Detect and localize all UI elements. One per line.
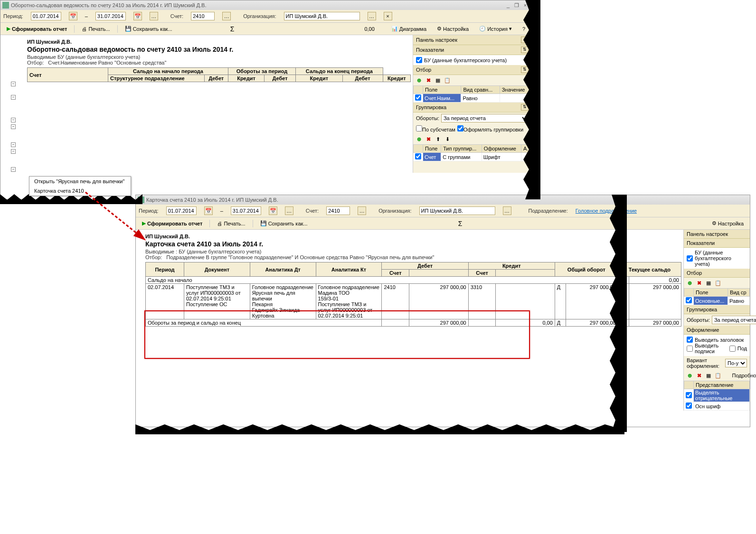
subacct-checkbox[interactable]: По субсчетам xyxy=(416,125,455,132)
params-bar: Период: 📅 – 📅 … Счет: … Организация: … × xyxy=(0,10,531,23)
titlebar[interactable]: Оборотно-сальдовая ведомость по счету 24… xyxy=(0,0,531,10)
delete-icon[interactable]: ✖ xyxy=(425,135,432,143)
start-row: Сальдо на начало0,00 xyxy=(146,277,681,284)
turnover-select[interactable]: За период отчета xyxy=(712,316,756,324)
restore-button[interactable]: ❐ xyxy=(512,2,521,9)
save-icon: 💾 xyxy=(260,220,267,226)
close-button[interactable]: × xyxy=(521,2,529,8)
collapse-icon[interactable]: ▸ xyxy=(521,37,529,43)
run-report-button[interactable]: ▶Сформировать отчет xyxy=(3,24,70,33)
setup-button[interactable]: ⚙Настройка xyxy=(709,219,747,228)
chevron-icon[interactable]: ⇅ xyxy=(521,66,529,73)
org-input[interactable] xyxy=(419,206,495,215)
filter-grid[interactable]: ПолеВид сравн...Значение Счет.Наим...Рав… xyxy=(413,85,531,103)
card-table[interactable]: Период Документ Аналитика Дт Аналитика К… xyxy=(145,262,681,327)
tree-collapse-button[interactable]: − xyxy=(11,167,16,172)
clear-org-button[interactable]: × xyxy=(384,12,392,20)
grid-icon[interactable]: ▦ xyxy=(434,76,442,84)
context-menu[interactable]: Открыть "Ярусная печь для выпечки" Карто… xyxy=(29,176,131,196)
save-as-button[interactable]: 💾Сохранить как... xyxy=(122,24,176,33)
header-checkbox[interactable]: Выводить заголовок xyxy=(687,337,747,343)
run-report-button[interactable]: ▶Сформировать отчет xyxy=(139,219,206,228)
period-picker-button[interactable]: … xyxy=(285,206,293,215)
data-row[interactable]: 02.07.2014 Поступление ТМЗ и услуг ИП000… xyxy=(146,284,681,319)
printer-icon: 🖨 xyxy=(217,221,222,226)
add-icon[interactable]: ⊕ xyxy=(415,76,423,84)
sum-value: 0,00 xyxy=(289,26,384,32)
calendar-icon[interactable]: 📅 xyxy=(69,12,77,20)
filter-header[interactable]: Отбор⇅ xyxy=(413,65,531,75)
diagram-button[interactable]: 📊Диаграмма xyxy=(388,24,430,33)
calendar-icon[interactable]: 📅 xyxy=(269,206,277,215)
account-input[interactable] xyxy=(191,12,215,20)
org-picker-button[interactable]: … xyxy=(503,206,511,215)
history-icon: 🕘 xyxy=(479,26,486,32)
calendar-icon[interactable]: 📅 xyxy=(133,12,142,20)
sign-checkbox[interactable]: Выводить подписи Под xyxy=(687,343,747,354)
grid-icon[interactable]: ▦ xyxy=(705,279,712,287)
osv-table[interactable]: Счет Сальдо на начало периода Обороты за… xyxy=(27,67,411,82)
group-grid[interactable]: ПолеТип группир...ОформлениеА. СчетС гру… xyxy=(413,144,531,161)
tree-collapse-button[interactable]: − xyxy=(11,149,16,154)
dept-link[interactable]: Головное подразделение xyxy=(576,208,637,214)
chevron-icon[interactable]: ⇅ xyxy=(521,104,529,111)
report-area: ИП Шумский Д.В. Карточка счета 2410 за И… xyxy=(136,230,683,411)
tree-collapse-button[interactable]: − xyxy=(11,82,16,86)
date-to-input[interactable] xyxy=(95,12,126,20)
account-input[interactable] xyxy=(326,206,350,215)
gear-icon: ⚙ xyxy=(437,26,442,32)
org-input[interactable] xyxy=(284,12,360,20)
period-picker-button[interactable]: … xyxy=(150,12,158,20)
print-button[interactable]: 🖨Печать... xyxy=(214,219,248,228)
variant-select[interactable]: По-у xyxy=(725,359,747,367)
add-icon[interactable]: ⊕ xyxy=(415,135,423,143)
window-title: Оборотно-сальдовая ведомость по счету 24… xyxy=(11,2,206,8)
filter-grid[interactable]: ПолеВид ср Основные...Равно xyxy=(684,288,750,305)
chevron-icon[interactable]: ⇅ xyxy=(521,47,529,53)
help-button[interactable]: ? xyxy=(519,25,529,33)
save-as-button[interactable]: 💾Сохранить как... xyxy=(257,219,311,228)
ctx-open-item[interactable]: Открыть "Ярусная печь для выпечки" xyxy=(29,177,131,186)
settings-header: Панель настроек▸ xyxy=(413,35,531,45)
add-icon[interactable]: ⊕ xyxy=(686,279,693,287)
indicators-header[interactable]: Показатели⇅ xyxy=(413,45,531,55)
delete-icon[interactable]: ✖ xyxy=(695,372,703,379)
ctx-card-item[interactable]: Карточка счета 2410 xyxy=(29,186,131,196)
up-icon[interactable]: ⬆ xyxy=(434,135,442,143)
copy-icon[interactable]: 📋 xyxy=(714,372,722,379)
grid-icon[interactable]: ▦ xyxy=(705,372,712,379)
titlebar[interactable]: Карточка счета 2410 за Июль 2014 г. ИП Ш… xyxy=(136,195,750,205)
print-button[interactable]: 🖨Печать... xyxy=(78,25,113,33)
date-from-input[interactable] xyxy=(31,12,61,20)
tree-collapse-button[interactable]: − xyxy=(11,118,16,122)
turnover-select[interactable]: За период отчета xyxy=(441,114,529,122)
add-icon[interactable]: ⊕ xyxy=(686,372,693,379)
account-picker-button[interactable]: … xyxy=(358,206,366,215)
tree-collapse-button[interactable]: − xyxy=(11,124,16,129)
account-picker-button[interactable]: … xyxy=(222,12,231,20)
org-picker-button[interactable]: … xyxy=(368,12,376,20)
bu-checkbox[interactable]: БУ (данные бухгалтерского учета) xyxy=(416,57,529,63)
bu-checkbox[interactable]: БУ (данные бухгалтерского учета) xyxy=(687,250,747,267)
fmt-checkbox[interactable]: Оформлять группировки xyxy=(457,125,523,132)
presentation-grid[interactable]: Представление Выделять отрицательные Осн… xyxy=(684,381,750,411)
tree-collapse-button[interactable]: − xyxy=(11,95,16,100)
down-icon[interactable]: ⬇ xyxy=(444,135,451,143)
copy-icon[interactable]: 📋 xyxy=(444,76,451,84)
sigma-icon: Σ xyxy=(315,220,606,227)
date-to-input[interactable] xyxy=(231,206,261,215)
copy-icon[interactable]: 📋 xyxy=(714,279,722,287)
minimize-button[interactable]: _ xyxy=(504,2,512,8)
gear-icon: ⚙ xyxy=(712,220,717,226)
history-button[interactable]: 🕘История ▾ xyxy=(476,24,515,33)
calendar-icon[interactable]: 📅 xyxy=(204,206,213,215)
chart-icon: 📊 xyxy=(391,26,398,32)
date-from-input[interactable] xyxy=(166,206,197,215)
setup-button[interactable]: ⚙Настройка xyxy=(434,24,472,33)
tree-collapse-button[interactable]: − xyxy=(11,142,16,147)
app-icon xyxy=(2,2,9,9)
delete-icon[interactable]: ✖ xyxy=(695,279,703,287)
report-org: ИП Шумский Д.В. xyxy=(145,234,681,239)
group-header[interactable]: Группировка⇅ xyxy=(413,103,531,112)
delete-icon[interactable]: ✖ xyxy=(425,76,432,84)
